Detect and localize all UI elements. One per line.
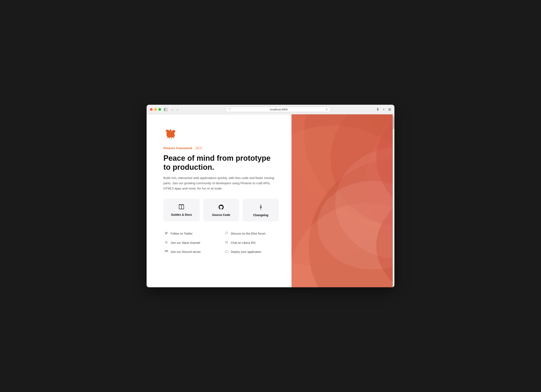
- tabs-button[interactable]: ⊞: [388, 107, 391, 112]
- discord-link-text: Join our Discord server: [171, 250, 201, 254]
- links-grid: Follow on Twitter Discuss on the Elixir …: [163, 230, 279, 255]
- sidebar-icon: [164, 108, 167, 111]
- new-tab-button[interactable]: ＋: [382, 107, 385, 112]
- left-panel: Phoenix Framework v1.7 Peace of mind fro…: [147, 114, 291, 287]
- cloud-icon: [224, 250, 229, 254]
- nav-buttons: ‹ ›: [170, 107, 180, 112]
- twitter-icon: [164, 232, 168, 235]
- svg-line-12: [227, 241, 228, 244]
- irc-link-text: Chat on Libera IRC: [231, 241, 256, 244]
- share-button[interactable]: ⬆: [376, 107, 379, 112]
- deploy-link-text: Deploy your application: [231, 250, 261, 254]
- slack-link-text: Join our Slack channel: [171, 241, 200, 244]
- security-icon: 🛡: [228, 108, 231, 111]
- svg-rect-9: [166, 241, 167, 242]
- elixir-forum-link-text: Discuss on the Elixir forum: [231, 232, 266, 235]
- source-code-label: Source Code: [212, 213, 230, 217]
- elixir-forum-link[interactable]: Discuss on the Elixir forum: [224, 230, 279, 237]
- background-art: [291, 114, 394, 287]
- svg-rect-8: [167, 242, 168, 243]
- forward-button[interactable]: ›: [175, 107, 180, 112]
- guides-docs-card[interactable]: Guides & Docs: [163, 199, 200, 221]
- browser-window: ‹ › 🛡 localhost:4000 ↻ ⬆ ＋ ⊞: [147, 105, 394, 287]
- scrollbar-thumb[interactable]: [393, 117, 394, 129]
- deploy-link[interactable]: Deploy your application: [224, 248, 279, 255]
- svg-point-1: [261, 207, 261, 207]
- hash-icon: [224, 241, 229, 245]
- changelog-icon: [259, 204, 263, 211]
- traffic-lights: [150, 108, 161, 111]
- svg-rect-10: [166, 243, 167, 244]
- slack-link[interactable]: Join our Slack channel: [163, 239, 219, 247]
- framework-badge: Phoenix Framework v1.7: [163, 146, 279, 150]
- slack-icon: [164, 241, 168, 245]
- phoenix-logo: [163, 127, 279, 146]
- cards-row: Guides & Docs Source Code: [163, 199, 279, 221]
- discord-link[interactable]: Join our Discord server: [163, 248, 219, 255]
- svg-point-5: [226, 233, 226, 233]
- traffic-light-yellow[interactable]: [154, 108, 157, 111]
- scrollbar-track: [393, 114, 394, 287]
- framework-name: Phoenix Framework: [163, 147, 192, 150]
- twitter-link[interactable]: Follow on Twitter: [163, 230, 219, 237]
- browser-content: Phoenix Framework v1.7 Peace of mind fro…: [147, 114, 394, 287]
- traffic-light-green[interactable]: [158, 108, 161, 111]
- back-button[interactable]: ‹: [170, 107, 175, 112]
- changelog-label: Changelog: [253, 214, 268, 217]
- address-bar[interactable]: 🛡 localhost:4000 ↻: [226, 107, 331, 112]
- hero-description: Build rich, interactive web applications…: [163, 175, 277, 191]
- traffic-light-red[interactable]: [150, 108, 153, 111]
- svg-point-6: [227, 233, 227, 233]
- svg-rect-7: [165, 242, 166, 243]
- book-icon: [178, 204, 184, 210]
- twitter-link-text: Follow on Twitter: [171, 232, 192, 235]
- source-code-card[interactable]: Source Code: [203, 199, 239, 221]
- discord-icon: [164, 250, 168, 254]
- sidebar-toggle-button[interactable]: [164, 107, 168, 112]
- version-badge: v1.7: [194, 146, 203, 150]
- reload-button[interactable]: ↻: [326, 108, 328, 111]
- guides-docs-label: Guides & Docs: [171, 213, 192, 216]
- forum-icon: [224, 231, 229, 236]
- right-panel: [291, 114, 394, 287]
- irc-link[interactable]: Chat on Libera IRC: [224, 239, 279, 247]
- svg-line-11: [226, 241, 226, 244]
- url-text: localhost:4000: [232, 108, 326, 111]
- browser-chrome: ‹ › 🛡 localhost:4000 ↻ ⬆ ＋ ⊞: [147, 105, 394, 114]
- browser-actions: ⬆ ＋ ⊞: [376, 107, 391, 112]
- changelog-card[interactable]: Changelog: [243, 199, 279, 221]
- hero-title: Peace of mind from prototype to producti…: [163, 154, 279, 172]
- github-icon: [218, 204, 224, 211]
